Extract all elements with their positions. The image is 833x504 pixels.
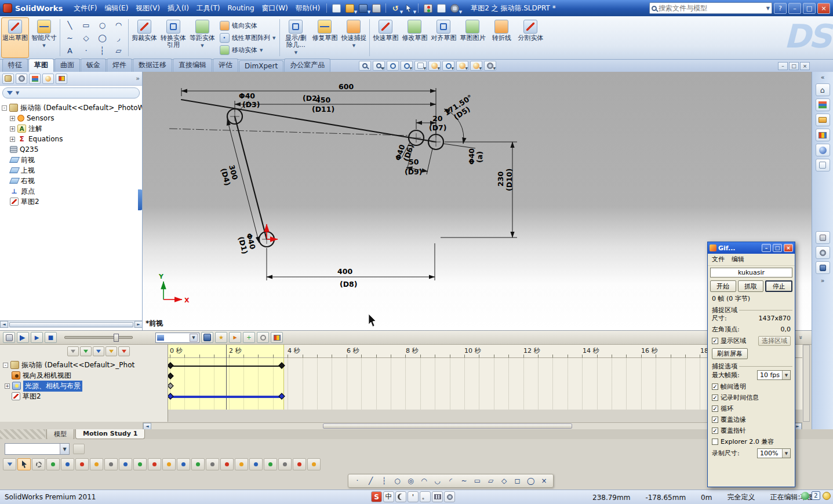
solidworks-resources-icon[interactable]: ⌂ — [816, 83, 830, 96]
combo-dropdown-icon[interactable]: ▼ — [782, 371, 790, 379]
task-pane-chevron-icon[interactable]: » — [816, 276, 830, 284]
gif-start-button[interactable]: 开始 — [710, 280, 736, 292]
tab-data-migration[interactable]: 数据迁移 — [133, 59, 172, 72]
lasso-select-icon[interactable] — [32, 458, 45, 470]
tree-filter-box[interactable]: ▼ — [2, 87, 140, 98]
view-settings-icon[interactable]: ▼ — [484, 61, 496, 71]
offset-entities-button[interactable]: 等距实体 ▼ — [188, 17, 216, 58]
gif-stop-button[interactable]: 停止 — [765, 280, 792, 292]
explorer-compat-checkbox[interactable] — [712, 439, 718, 445]
ime-language-icon[interactable]: 中 — [383, 491, 394, 502]
tab-surfaces[interactable]: 曲面 — [54, 59, 80, 72]
trim-entities-button[interactable]: 剪裁实体 — [130, 17, 158, 58]
select-icon[interactable]: ▼ — [402, 2, 415, 14]
motion-tree-orientation[interactable]: 视向及相机视图 — [0, 370, 168, 381]
cover-pointer-checkbox[interactable]: ✓ — [712, 428, 718, 434]
displaymanager-tab-icon[interactable] — [56, 74, 67, 84]
jog-line-button[interactable]: 转折线 — [488, 17, 515, 58]
timestamp-checkbox[interactable]: ✓ — [712, 395, 718, 401]
menu-edit[interactable]: 编辑(E) — [101, 2, 132, 15]
motor-icon[interactable] — [257, 332, 269, 343]
tree-item-equations[interactable]: + Σ Equations — [2, 134, 142, 144]
zoom-area-icon[interactable]: ▼ — [373, 61, 385, 71]
expand-icon[interactable]: - — [2, 105, 7, 111]
filter-midpoints-icon[interactable] — [206, 458, 219, 470]
search-dropdown-icon[interactable]: ▼ — [766, 6, 770, 11]
expand-icon[interactable]: + — [10, 116, 15, 121]
gif-menu-edit[interactable]: 编辑 — [732, 255, 744, 264]
construction-geometry-tool-icon[interactable]: ▱ — [111, 45, 126, 57]
tip-of-day-icon[interactable] — [823, 492, 831, 500]
combo-dropdown-icon[interactable]: ▼ — [190, 334, 198, 342]
filter-sketch-points-icon[interactable] — [177, 458, 190, 470]
rapid-sketch-button[interactable]: 快速草图 — [372, 17, 399, 58]
help-button[interactable]: ? — [774, 3, 787, 14]
select-region-button[interactable]: 选择区域 — [758, 336, 791, 346]
filter-selected-icon[interactable] — [106, 346, 117, 356]
design-library-icon[interactable] — [816, 98, 830, 111]
filter-origins-icon[interactable] — [148, 458, 161, 470]
motion-tree-lights[interactable]: + 光源、相机与布景 — [0, 381, 168, 391]
playback-mode-select[interactable]: ▼ — [155, 333, 199, 343]
scroll-left-icon[interactable]: ◄ — [143, 423, 151, 430]
time-cursor[interactable] — [226, 345, 227, 410]
tree-item-sketch2[interactable]: 草图2 — [2, 196, 142, 207]
dropdown-icon[interactable]: ▼ — [352, 42, 355, 49]
circle-tool-icon[interactable]: ○ — [94, 19, 110, 31]
tree-item-annotations[interactable]: + A 注解 — [2, 123, 142, 134]
timeline-vscrollbar[interactable] — [803, 345, 810, 422]
play-from-start-icon[interactable]: ▶ — [17, 332, 29, 343]
filter-reference-curves-icon[interactable] — [293, 458, 306, 470]
tab-evaluate[interactable]: 评估 — [213, 59, 238, 72]
dropdown-icon[interactable]: ▼ — [272, 36, 275, 41]
filter-centerlines-icon[interactable] — [235, 458, 248, 470]
dropdown-icon[interactable]: ▼ — [260, 48, 263, 53]
filter-sketch-segments-icon[interactable] — [191, 458, 205, 470]
combo-dropdown-icon[interactable]: ▼ — [782, 449, 790, 458]
save-animation-icon[interactable] — [201, 332, 213, 343]
show-region-checkbox[interactable]: ✓ — [712, 338, 718, 344]
scroll-right-icon[interactable]: ► — [134, 321, 143, 328]
filter-center-marks-icon[interactable] — [220, 458, 234, 470]
filter-coordinate-systems-icon[interactable] — [162, 458, 176, 470]
dropdown-icon[interactable]: ▼ — [201, 42, 203, 49]
line-tool-icon[interactable]: ╱ — [365, 476, 377, 487]
filter-routing-points-icon[interactable] — [307, 458, 321, 470]
dim-450-label[interactable]: 450 — [315, 96, 330, 104]
filter-driving-icon[interactable] — [93, 346, 104, 356]
rebuild-icon[interactable] — [421, 2, 434, 14]
timeline-slider[interactable] — [64, 336, 133, 339]
dim-a-id[interactable]: (a) — [475, 151, 484, 163]
dim-a-label[interactable]: Φ40 — [467, 148, 476, 165]
filter-faces-icon[interactable] — [75, 458, 89, 470]
convert-entities-button[interactable]: 转换实体引用 — [159, 17, 187, 58]
tab-features[interactable]: 特征 — [2, 59, 28, 72]
parallelogram-tool-icon[interactable]: ▱ — [485, 476, 497, 487]
rectangle-tool-icon[interactable]: ▭ — [471, 476, 483, 487]
motion-tree-root[interactable]: - 振动筛 (Default<<Default>_Phot — [0, 360, 168, 370]
gif-menu-file[interactable]: 文件 — [712, 255, 725, 264]
move-entities-button[interactable]: 移动实体 ▼ — [217, 45, 278, 56]
filter-toggle-icon[interactable] — [3, 458, 16, 470]
refresh-screen-button[interactable]: 刷新屏幕 — [712, 348, 748, 359]
combo-dropdown-icon[interactable]: ▼ — [60, 444, 69, 454]
mirror-entities-button[interactable]: 镜向实体 — [217, 20, 278, 31]
featuremanager-tab-icon[interactable] — [2, 74, 14, 84]
tree-item-root[interactable]: - 振动筛 (Default<<Default>_PhotoWor — [2, 103, 142, 113]
panel-chevron-icon[interactable]: » — [136, 75, 140, 82]
add-key-icon[interactable]: + — [243, 332, 255, 343]
filter-vertices-icon[interactable] — [46, 458, 60, 470]
quick-snaps-button[interactable]: 快速捕捉 ▼ — [340, 17, 368, 58]
loop-checkbox[interactable]: ✓ — [712, 406, 718, 412]
smart-dimension-button[interactable]: 智能尺寸 ▼ — [30, 17, 58, 58]
task-pane-tool-icon[interactable] — [816, 231, 830, 244]
dim-230-label[interactable]: 230 — [496, 171, 505, 187]
dim-line-300[interactable] — [227, 119, 259, 243]
panel-splitter-tab[interactable] — [138, 189, 143, 210]
doc-minimize-button[interactable]: – — [778, 62, 788, 70]
centerline-tool-icon[interactable]: ┆ — [378, 476, 390, 487]
tree-item-origin[interactable]: ⊥ 原点 — [2, 186, 142, 196]
filter-planes-icon[interactable] — [133, 458, 147, 470]
tab-dimxpert[interactable]: DimXpert — [239, 60, 283, 72]
search-input[interactable] — [659, 4, 765, 12]
